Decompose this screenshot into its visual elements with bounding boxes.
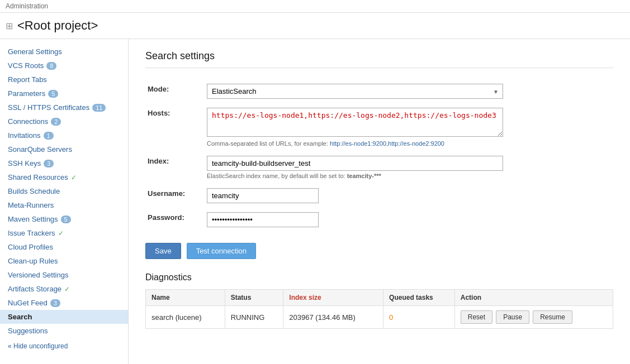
sidebar-item-search[interactable]: Search <box>0 310 128 324</box>
reset-button[interactable]: Reset <box>461 310 492 324</box>
pause-button[interactable]: Pause <box>496 310 529 324</box>
sidebar: General SettingsVCS Roots8Report TabsPar… <box>0 39 129 364</box>
button-row: Save Test connection <box>145 243 613 259</box>
check-icon-issue-trackers: ✓ <box>58 229 64 237</box>
page-title: <Root project> <box>17 18 98 33</box>
search-settings-form: Mode: ElasticSearch ▼ Hosts: https://es-… <box>145 79 613 232</box>
sidebar-item-connections[interactable]: Connections2 <box>0 114 128 128</box>
mode-select[interactable]: ElasticSearch <box>207 84 503 99</box>
sidebar-item-label-shared-resources: Shared Resources <box>8 173 68 181</box>
sidebar-item-shared-resources[interactable]: Shared Resources✓ <box>0 170 128 184</box>
save-button[interactable]: Save <box>145 243 181 259</box>
hosts-input-cell: https://es-logs-node1,https://es-logs-no… <box>201 103 613 151</box>
hosts-row: Hosts: https://es-logs-node1,https://es-… <box>145 103 613 151</box>
sidebar-item-label-general-settings: General Settings <box>8 47 62 56</box>
top-bar: Administration <box>0 0 630 13</box>
username-row: Username: <box>145 184 613 208</box>
sidebar-item-label-artifacts-storage: Artifacts Storage <box>8 285 61 293</box>
sidebar-item-label-search: Search <box>8 313 32 321</box>
sidebar-item-suggestions[interactable]: Suggestions <box>0 324 128 338</box>
diag-tbody: search (lucene)RUNNING203967 (134.46 MB)… <box>146 306 613 329</box>
sidebar-item-label-versioned-settings: Versioned Settings <box>8 271 68 279</box>
sidebar-item-meta-runners[interactable]: Meta-Runners <box>0 198 128 212</box>
diag-index-size: 203967 (134.46 MB) <box>283 306 383 329</box>
password-input-cell <box>201 208 613 232</box>
check-icon-artifacts-storage: ✓ <box>64 285 70 293</box>
sidebar-item-artifacts-storage[interactable]: Artifacts Storage✓ <box>0 282 128 296</box>
sidebar-badge-vcs-roots: 8 <box>46 62 56 70</box>
hide-unconfigured-link[interactable]: « Hide unconfigured <box>0 338 128 355</box>
col-action: Action <box>454 290 613 306</box>
sidebar-badge-invitations: 1 <box>44 132 54 140</box>
password-label: Password: <box>145 208 201 232</box>
username-input-cell <box>201 184 613 208</box>
sidebar-item-invitations[interactable]: Invitations1 <box>0 128 128 142</box>
sidebar-item-builds-schedule[interactable]: Builds Schedule <box>0 184 128 198</box>
main-layout: General SettingsVCS Roots8Report TabsPar… <box>0 39 630 364</box>
sidebar-item-label-connections: Connections <box>8 117 48 126</box>
hosts-label: Hosts: <box>145 103 201 151</box>
sidebar-item-report-tabs[interactable]: Report Tabs <box>0 73 128 87</box>
sidebar-item-label-vcs-roots: VCS Roots <box>8 61 44 70</box>
col-index-size: Index size <box>283 290 383 306</box>
mode-select-wrapper: ElasticSearch ▼ <box>207 84 503 99</box>
sidebar-item-maven-settings[interactable]: Maven Settings5 <box>0 212 128 226</box>
diagnostics-table: Name Status Index size Queued tasks Acti… <box>145 289 613 329</box>
mode-input-cell: ElasticSearch ▼ <box>201 79 613 103</box>
sidebar-item-parameters[interactable]: Parameters5 <box>0 87 128 100</box>
sidebar-item-vcs-roots[interactable]: VCS Roots8 <box>0 59 128 73</box>
diagnostics-title: Diagnostics <box>145 272 613 282</box>
mode-row: Mode: ElasticSearch ▼ <box>145 79 613 103</box>
action-buttons: ResetPauseResume <box>461 310 607 324</box>
diag-status: RUNNING <box>225 306 283 329</box>
hosts-textarea[interactable]: https://es-logs-node1,https://es-logs-no… <box>207 108 503 137</box>
diag-name: search (lucene) <box>146 306 225 329</box>
sidebar-item-label-report-tabs: Report Tabs <box>8 75 47 84</box>
index-input[interactable] <box>207 156 503 171</box>
sidebar-item-label-suggestions: Suggestions <box>8 327 48 335</box>
col-name: Name <box>146 290 225 306</box>
index-row: Index: ElasticSearch index name, by defa… <box>145 151 613 184</box>
hosts-hint-link1[interactable]: http://es-node1:9200 <box>330 140 386 147</box>
section-title: Search settings <box>145 50 613 68</box>
check-icon-shared-resources: ✓ <box>71 174 77 181</box>
sidebar-item-ssh-keys[interactable]: SSH Keys3 <box>0 156 128 170</box>
sidebar-item-label-invitations: Invitations <box>8 131 41 140</box>
sidebar-item-ssl-certificates[interactable]: SSL / HTTPS Certificates11 <box>0 100 128 114</box>
index-label: Index: <box>145 151 201 184</box>
password-input[interactable] <box>207 212 319 227</box>
sidebar-badge-ssh-keys: 3 <box>44 160 54 167</box>
page-title-bar: ⊞ <Root project> <box>0 13 630 39</box>
sidebar-item-general-settings[interactable]: General Settings <box>0 45 128 59</box>
resume-button[interactable]: Resume <box>533 310 572 324</box>
sidebar-item-label-ssl-certificates: SSL / HTTPS Certificates <box>8 103 89 112</box>
sidebar-item-label-sonarqube: SonarQube Servers <box>8 145 72 154</box>
col-queued-tasks: Queued tasks <box>383 290 455 306</box>
diag-action-cell: ResetPauseResume <box>454 306 613 329</box>
sidebar-item-label-meta-runners: Meta-Runners <box>8 201 54 209</box>
hosts-hint: Comma-separated list of URLs, for exampl… <box>207 140 611 147</box>
sidebar-badge-parameters: 5 <box>48 90 58 98</box>
index-hint: ElasticSearch index name, by default wil… <box>207 173 611 179</box>
sidebar-item-label-ssh-keys: SSH Keys <box>8 159 41 167</box>
sidebar-badge-maven-settings: 5 <box>61 215 71 223</box>
index-input-cell: ElasticSearch index name, by default wil… <box>201 151 613 184</box>
sidebar-item-issue-trackers[interactable]: Issue Trackers✓ <box>0 226 128 240</box>
sidebar-item-label-nuget-feed: NuGet Feed <box>8 299 48 307</box>
sidebar-item-label-clean-up-rules: Clean-up Rules <box>8 257 58 265</box>
administration-label: Administration <box>6 2 48 10</box>
username-input[interactable] <box>207 188 319 203</box>
sidebar-item-cloud-profiles[interactable]: Cloud Profiles <box>0 240 128 254</box>
sidebar-item-sonarqube[interactable]: SonarQube Servers <box>0 142 128 156</box>
sidebar-item-label-parameters: Parameters <box>8 89 45 98</box>
mode-label: Mode: <box>145 79 201 103</box>
sidebar-badge-ssl-certificates: 11 <box>92 104 106 112</box>
sidebar-item-nuget-feed[interactable]: NuGet Feed3 <box>0 296 128 310</box>
sidebar-item-versioned-settings[interactable]: Versioned Settings <box>0 268 128 282</box>
test-connection-button[interactable]: Test connection <box>187 243 256 259</box>
sidebar-item-label-maven-settings: Maven Settings <box>8 215 58 223</box>
sidebar-item-clean-up-rules[interactable]: Clean-up Rules <box>0 254 128 268</box>
hosts-hint-link2[interactable]: http://es-node2:9200 <box>388 140 444 147</box>
content-area: Search settings Mode: ElasticSearch ▼ Ho… <box>129 39 630 364</box>
sidebar-item-label-builds-schedule: Builds Schedule <box>8 187 60 195</box>
